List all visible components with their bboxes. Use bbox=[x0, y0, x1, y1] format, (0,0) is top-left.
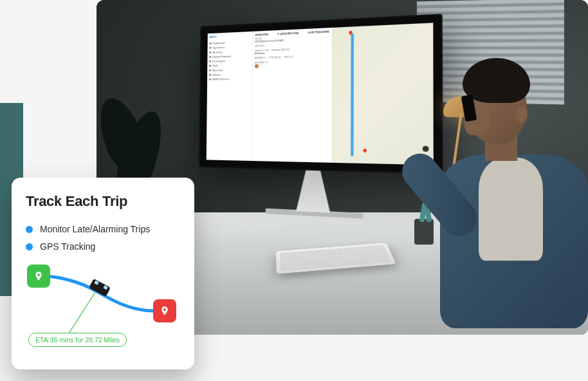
driver-avatar bbox=[255, 64, 259, 68]
sidebar-label: Staff bbox=[212, 64, 217, 67]
payment-label: PAYMENT METHOD bbox=[271, 48, 290, 51]
monitor-bezel: NEMT Dashboard Operations Alarming Signu… bbox=[199, 14, 443, 174]
sidebar-label: Map View bbox=[212, 68, 223, 71]
eta-badge: ETA:36 mins for 28.72 Miles bbox=[28, 333, 127, 347]
vehicle-label: VEHICLE # bbox=[284, 55, 294, 59]
card-title: Track Each Trip bbox=[26, 193, 180, 210]
monitor: NEMT Dashboard Operations Alarming Signu… bbox=[198, 14, 443, 225]
app-logo: NEMT bbox=[210, 33, 250, 39]
sidebar-label: Dashboard bbox=[212, 41, 225, 45]
pin-icon bbox=[33, 270, 44, 283]
bullet-dot-icon bbox=[26, 226, 33, 233]
bullet-row: GPS Tracking bbox=[26, 241, 180, 252]
pin-icon bbox=[160, 304, 170, 317]
live-map[interactable] bbox=[331, 23, 434, 165]
live-tracking-tab[interactable]: LIVE TRACKING bbox=[308, 30, 330, 34]
logo-emt: EMT bbox=[211, 35, 216, 39]
bullet-dot-icon bbox=[26, 243, 33, 250]
reports-icon bbox=[209, 74, 211, 76]
map-origin-pin-icon bbox=[348, 30, 353, 35]
operations-icon bbox=[209, 47, 211, 49]
app-main: JOHN DOE T: (419) 999-7244 LIVE TRACKING… bbox=[252, 23, 433, 165]
trip-detail-panel: JOHN DOE T: (419) 999-7244 LIVE TRACKING… bbox=[252, 28, 331, 163]
passengers-icon bbox=[209, 60, 211, 62]
bullet-text: GPS Tracking bbox=[40, 241, 95, 252]
origin-pin bbox=[27, 265, 50, 288]
sidebar-item-partners[interactable]: NEMT Partners bbox=[209, 76, 250, 81]
sidebar-label: Passengers bbox=[212, 59, 226, 63]
bullet-row: Monitor Late/Alarming Trips bbox=[26, 224, 180, 234]
person bbox=[427, 45, 588, 328]
person-shirt bbox=[479, 158, 543, 261]
staff-icon bbox=[209, 65, 211, 67]
bullet-text: Monitor Late/Alarming Trips bbox=[40, 224, 150, 234]
sidebar-label: Operations bbox=[212, 46, 225, 50]
feature-card: Track Each Trip Monitor Late/Alarming Tr… bbox=[12, 178, 194, 369]
customer-name: JOHN DOE bbox=[255, 33, 268, 37]
sidebar-label: Signup Requests bbox=[212, 55, 232, 59]
sidebar-nav: Dashboard Operations Alarming Signup Req… bbox=[209, 39, 250, 82]
destination-pin bbox=[153, 299, 176, 322]
app-sidebar: NEMT Dashboard Operations Alarming Signu… bbox=[207, 32, 253, 161]
sidebar-label: NEMT Partners bbox=[212, 77, 230, 81]
monitor-screen: NEMT Dashboard Operations Alarming Signu… bbox=[207, 23, 434, 165]
dashboard-icon bbox=[210, 42, 212, 44]
sidebar-label: Alarming bbox=[212, 50, 222, 54]
miles-label: TOTAL MILES bbox=[268, 56, 281, 59]
service-value: Ambulatory bbox=[255, 52, 269, 55]
monitor-stand bbox=[289, 170, 338, 213]
trip-graphic: ETA:36 mins for 28.72 Miles bbox=[26, 263, 180, 347]
partners-icon bbox=[209, 79, 211, 80]
member-label: MEMBER ID bbox=[255, 57, 266, 60]
assigned-block: ASSIGNED TO: bbox=[255, 59, 329, 68]
map-icon bbox=[209, 70, 211, 71]
alarming-icon bbox=[209, 51, 211, 53]
sidebar-label: Reports bbox=[212, 73, 221, 76]
map-dest-pin-icon bbox=[362, 148, 367, 153]
person-ear bbox=[516, 106, 528, 123]
signup-icon bbox=[209, 56, 211, 58]
customer-phone: T: (419) 999-7244 bbox=[277, 32, 299, 36]
